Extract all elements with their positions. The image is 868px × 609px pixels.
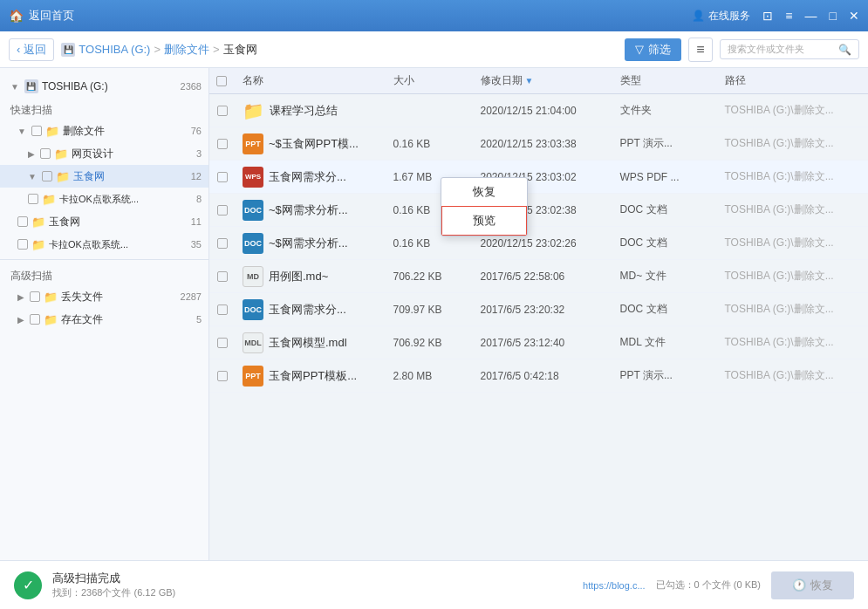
sidebar-item-web-design[interactable]: ▶ 📁 网页设计 3 bbox=[0, 142, 208, 165]
sidebar-item-yushi[interactable]: ▼ 📁 玉食网 12 bbox=[0, 165, 208, 188]
maximize-button[interactable]: □ bbox=[830, 9, 837, 23]
table-row[interactable]: DOC ~$网需求分析... 0.16 KB 2020/12/15 23:02:… bbox=[209, 194, 868, 227]
row-path-8: TOSHIBA (G:)\删除文... bbox=[718, 368, 869, 383]
row-checkbox[interactable] bbox=[209, 205, 236, 216]
row-checkbox[interactable] bbox=[209, 271, 236, 282]
row-check-4[interactable] bbox=[217, 238, 228, 249]
breadcrumb: 💾 TOSHIBA (G:) > 删除文件 > 玉食网 bbox=[61, 42, 256, 58]
breadcrumb-folder2[interactable]: 玉食网 bbox=[223, 42, 257, 58]
sidebar-item-exist-files[interactable]: ▶ 📁 存在文件 5 bbox=[0, 308, 208, 331]
row-path-5: TOSHIBA (G:)\删除文... bbox=[718, 269, 869, 284]
row-name-cell-7: MDL 玉食网模型.mdl bbox=[236, 332, 386, 353]
table-body: 📁 课程学习总结 2020/12/15 21:04:00 文件夹 TOSHIBA… bbox=[209, 94, 868, 560]
search-bar[interactable]: 搜索文件或文件夹 🔍 bbox=[720, 39, 859, 59]
selected-status: 已勾选：0 个文件 (0 KB) bbox=[656, 578, 761, 592]
back-button[interactable]: ‹ 返回 bbox=[9, 38, 54, 61]
context-menu-restore[interactable]: 恢复 bbox=[441, 178, 527, 206]
table-row[interactable]: WPS 玉食网需求分... 1.67 MB 2020/12/15 23:03:0… bbox=[209, 161, 868, 194]
row-name-cell-0: 📁 课程学习总结 bbox=[236, 100, 386, 121]
folder-icon: 📁 bbox=[44, 291, 58, 304]
row-check-3[interactable] bbox=[217, 205, 228, 216]
online-service[interactable]: 👤 在线服务 bbox=[692, 9, 750, 24]
breadcrumb-drive[interactable]: TOSHIBA (G:) bbox=[79, 43, 150, 56]
row-check-5[interactable] bbox=[217, 271, 228, 282]
row-checkbox[interactable] bbox=[209, 106, 236, 116]
checkbox-kala[interactable] bbox=[28, 194, 38, 204]
checkbox-delete-files[interactable] bbox=[31, 126, 42, 136]
context-menu-preview[interactable]: 预览 bbox=[441, 206, 527, 236]
header-checkbox[interactable] bbox=[216, 76, 227, 86]
breadcrumb-sep1: > bbox=[154, 43, 161, 56]
checkbox-exist-files[interactable] bbox=[30, 314, 40, 325]
row-date-0: 2020/12/15 21:04:00 bbox=[474, 105, 613, 117]
sidebar-item-kala[interactable]: 📁 卡拉OK点歌系统... 8 bbox=[0, 188, 208, 210]
sidebar-exist-files-count: 5 bbox=[196, 314, 202, 325]
row-checkbox[interactable] bbox=[209, 139, 236, 149]
sidebar-kala2-label: 卡拉OK点歌系统... bbox=[49, 238, 128, 251]
checkbox-lost-files[interactable] bbox=[30, 291, 40, 302]
row-checkbox[interactable] bbox=[209, 238, 236, 249]
row-check-6[interactable] bbox=[217, 304, 228, 315]
sidebar-yushi-count: 12 bbox=[191, 171, 202, 181]
table-row[interactable]: PPT 玉食网PPT模板... 2.80 MB 2017/6/5 0:42:18… bbox=[209, 359, 868, 393]
row-date-1: 2020/12/15 23:03:38 bbox=[474, 138, 613, 150]
sidebar-exist-files-label: 存在文件 bbox=[61, 312, 103, 327]
context-menu: 恢复 预览 bbox=[441, 177, 528, 236]
th-date[interactable]: 修改日期 ▼ bbox=[474, 73, 613, 88]
checkbox-web-design[interactable] bbox=[40, 148, 51, 159]
row-checkbox[interactable] bbox=[209, 371, 236, 381]
close-button[interactable]: ✕ bbox=[849, 9, 859, 23]
row-path-3: TOSHIBA (G:)\删除文... bbox=[718, 202, 869, 217]
row-type-7: MDL 文件 bbox=[613, 335, 718, 350]
sidebar-item-delete-files[interactable]: ▼ 📁 删除文件 76 bbox=[0, 120, 208, 142]
row-type-2: WPS PDF ... bbox=[613, 171, 718, 183]
row-check-1[interactable] bbox=[217, 139, 228, 149]
table-row[interactable]: MD 用例图.md~ 706.22 KB 2017/6/5 22:58:06 M… bbox=[209, 260, 868, 293]
row-checkbox[interactable] bbox=[209, 172, 236, 182]
expand-icon: ▶ bbox=[17, 292, 24, 302]
row-name-8: 玉食网PPT模板... bbox=[269, 368, 357, 384]
table-row[interactable]: PPT ~$玉食网PPT模... 0.16 KB 2020/12/15 23:0… bbox=[209, 127, 868, 161]
home-label[interactable]: 返回首页 bbox=[29, 8, 74, 24]
row-name-cell-1: PPT ~$玉食网PPT模... bbox=[236, 133, 386, 154]
row-checkbox[interactable] bbox=[209, 304, 236, 315]
menu-button[interactable]: ≡ bbox=[688, 38, 713, 62]
sidebar-item-drive[interactable]: ▼ 💾 TOSHIBA (G:) 2368 bbox=[0, 75, 208, 98]
checkbox-kala2[interactable] bbox=[17, 239, 28, 250]
sidebar-yushi-label: 玉食网 bbox=[73, 169, 105, 184]
search-icon[interactable]: 🔍 bbox=[838, 44, 851, 56]
th-name: 名称 bbox=[236, 73, 386, 88]
row-check-2[interactable] bbox=[217, 172, 228, 182]
filter-button[interactable]: ▽ 筛选 bbox=[625, 38, 681, 61]
content-area: 名称 大小 修改日期 ▼ 类型 路径 📁 课程学习总结 bbox=[209, 68, 868, 560]
menu-icon[interactable]: ≡ bbox=[785, 9, 792, 23]
table-row[interactable]: DOC ~$网需求分析... 0.16 KB 2020/12/15 23:02:… bbox=[209, 227, 868, 260]
row-path-4: TOSHIBA (G:)\删除文... bbox=[718, 236, 869, 250]
minimize-button[interactable]: — bbox=[805, 9, 817, 23]
row-type-1: PPT 演示... bbox=[613, 136, 718, 151]
checkbox-yushi2[interactable] bbox=[17, 216, 28, 227]
sidebar-item-yushi2[interactable]: 📁 玉食网 11 bbox=[0, 210, 208, 233]
checkbox-yushi[interactable] bbox=[42, 171, 52, 181]
table-row[interactable]: DOC 玉食网需求分... 709.97 KB 2017/6/5 23:20:3… bbox=[209, 293, 868, 326]
sidebar-web-design-label: 网页设计 bbox=[72, 147, 113, 161]
restore-icon[interactable]: ⊡ bbox=[762, 9, 773, 23]
blog-link[interactable]: https://blog.c... bbox=[583, 580, 646, 591]
row-checkbox[interactable] bbox=[209, 338, 236, 348]
table-row[interactable]: MDL 玉食网模型.mdl 706.92 KB 2017/6/5 23:12:4… bbox=[209, 326, 868, 359]
row-check-0[interactable] bbox=[217, 106, 228, 116]
row-check-8[interactable] bbox=[217, 371, 228, 381]
bottombar: ✓ 高级扫描完成 找到：2368个文件 (6.12 GB) https://bl… bbox=[0, 560, 868, 609]
table-row[interactable]: 📁 课程学习总结 2020/12/15 21:04:00 文件夹 TOSHIBA… bbox=[209, 94, 868, 127]
recover-button[interactable]: 🕐 恢复 bbox=[771, 571, 854, 599]
hamburger-icon: ≡ bbox=[696, 42, 704, 58]
sidebar-item-kala2[interactable]: 📁 卡拉OK点歌系统... 35 bbox=[0, 233, 208, 256]
main-layout: ▼ 💾 TOSHIBA (G:) 2368 快速扫描 ▼ 📁 删除文件 76 ▶… bbox=[0, 68, 868, 560]
th-size: 大小 bbox=[386, 73, 474, 88]
sidebar-item-lost-files[interactable]: ▶ 📁 丢失文件 2287 bbox=[0, 285, 208, 308]
row-check-7[interactable] bbox=[217, 338, 228, 348]
row-name-2: 玉食网需求分... bbox=[269, 169, 346, 185]
sidebar-advanced-scan-label: 高级扫描 bbox=[0, 263, 208, 285]
row-date-5: 2017/6/5 22:58:06 bbox=[474, 270, 613, 283]
breadcrumb-folder1[interactable]: 删除文件 bbox=[164, 42, 209, 58]
